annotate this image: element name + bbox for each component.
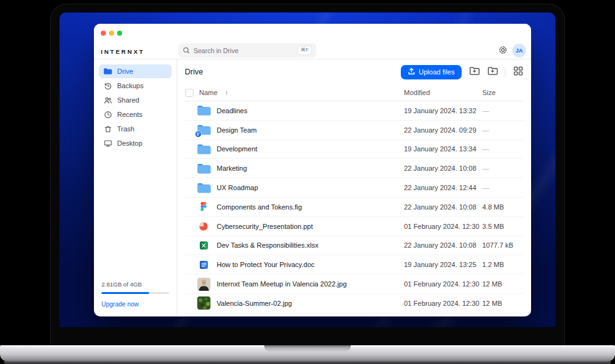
storage-progress-bar: [101, 292, 169, 294]
name-cell: Marketing: [185, 161, 404, 175]
file-name: Development: [217, 145, 257, 153]
file-name: UX Roadmap: [217, 184, 258, 191]
sidebar-item-label: Recents: [117, 111, 142, 118]
grid-view-icon: [514, 66, 523, 78]
sidebar-item-drive[interactable]: Drive: [99, 64, 172, 78]
table-row[interactable]: Marketing22 January 2024. 10:08—: [185, 159, 524, 178]
search-placeholder: Search in Drive: [194, 47, 239, 54]
figma-file-icon: [196, 200, 211, 214]
sidebar-item-label: Shared: [117, 96, 139, 104]
name-cell: How to Protect Your Privacy.doc: [185, 258, 404, 271]
name-cell: Development: [185, 142, 404, 156]
file-list: Deadlines19 January 2024. 13:32—Design T…: [185, 101, 524, 313]
search-shortcut-badge: ⌘F: [297, 46, 312, 54]
sidebar: DriveBackupsSharedRecentsTrashDesktop 2.…: [94, 59, 177, 316]
file-name: Components and Tokens.fig: [217, 203, 302, 211]
desktop-icon: [103, 139, 112, 148]
upload-files-label: Upload files: [419, 68, 455, 76]
minimize-button[interactable]: [109, 31, 114, 36]
table-row[interactable]: Development19 January 2024. 13:34—: [185, 140, 524, 159]
table-row[interactable]: Valencia-Summer-02.jpg01 February 2024. …: [185, 294, 524, 313]
name-header-cell: Name ↑: [185, 89, 404, 97]
modified-cell: 01 February 2024. 12:30: [404, 280, 482, 288]
settings-button[interactable]: [497, 45, 509, 56]
upload-folder-icon: [469, 66, 480, 78]
toolbar-divider: [505, 68, 505, 77]
content-area: Drive Upload files: [177, 59, 531, 316]
sidebar-nav: DriveBackupsSharedRecentsTrashDesktop: [94, 64, 177, 150]
table-row[interactable]: Cybersecurity_Presentation.ppt01 Februar…: [185, 217, 524, 236]
traffic-lights: [101, 31, 122, 36]
file-name: Marketing: [217, 164, 247, 172]
table-row[interactable]: UX Roadmap22 January 2024. 12:44—: [185, 178, 524, 198]
modified-cell: 19 January 2024. 13:25: [404, 261, 482, 268]
table-row[interactable]: Dev Tasks & Responsibilities.xlsx22 Janu…: [185, 236, 524, 256]
size-cell: 12 MB: [482, 280, 524, 288]
modified-cell: 22 January 2024. 10:08: [404, 203, 482, 211]
trash-icon: [103, 124, 112, 133]
search-input[interactable]: Search in Drive ⌘F: [178, 43, 316, 58]
name-cell: Design Team: [185, 123, 404, 137]
search-icon: [183, 45, 190, 56]
table-row[interactable]: How to Protect Your Privacy.doc19 Januar…: [185, 255, 524, 275]
image-thumbnail: [196, 296, 211, 310]
toolbar: Drive Upload files: [185, 59, 524, 84]
modified-column-header[interactable]: Modified: [404, 89, 482, 96]
table-row[interactable]: Components and Tokens.fig22 January 2024…: [185, 198, 524, 217]
size-cell: 1077.7 kB: [482, 241, 524, 249]
sort-ascending-icon[interactable]: ↑: [225, 89, 228, 96]
sidebar-item-label: Drive: [117, 68, 133, 75]
name-column-header[interactable]: Name: [199, 89, 217, 96]
modified-cell: 01 February 2024. 12:30: [404, 300, 482, 307]
name-cell: Deadlines: [185, 104, 404, 118]
new-folder-button[interactable]: [487, 67, 498, 77]
select-all-checkbox[interactable]: [185, 89, 194, 97]
modified-cell: 22 January 2024. 10:08: [404, 241, 482, 249]
storage-panel: 2.81GB of 4GB Upgrade now: [101, 281, 169, 309]
sidebar-item-recents[interactable]: Recents: [99, 108, 172, 121]
storage-progress-fill: [101, 292, 149, 294]
sidebar-item-shared[interactable]: Shared: [99, 93, 172, 107]
close-button[interactable]: [101, 31, 106, 36]
storage-usage-label: 2.81GB of 4GB: [101, 281, 169, 288]
word-file-icon: [196, 258, 211, 271]
folder-icon: [196, 181, 211, 195]
name-cell: Dev Tasks & Responsibilities.xlsx: [185, 238, 404, 252]
upload-folder-button[interactable]: [468, 67, 480, 77]
sidebar-item-desktop[interactable]: Desktop: [99, 136, 172, 150]
page-title: Drive: [185, 68, 203, 76]
size-cell: —: [482, 126, 524, 134]
user-avatar[interactable]: JA: [512, 44, 526, 58]
upload-files-button[interactable]: Upload files: [401, 65, 462, 79]
shared-badge-icon: [195, 131, 202, 137]
upgrade-link[interactable]: Upgrade now: [101, 301, 138, 308]
name-cell: Cybersecurity_Presentation.ppt: [185, 220, 404, 233]
upload-icon: [408, 68, 415, 76]
table-header: Name ↑ Modified Size: [185, 84, 524, 101]
table-row[interactable]: Design Team22 January 2024. 09:29—: [185, 121, 524, 140]
table-row[interactable]: Internxt Team Meetup in Valencia 2022.jp…: [185, 275, 524, 294]
modified-cell: 01 February 2024. 12:30: [404, 223, 482, 230]
clock-icon: [103, 110, 112, 119]
folder-icon: [196, 142, 211, 156]
desktop-wallpaper: INTERNXT Search in Drive ⌘F JA: [59, 13, 556, 327]
size-cell: —: [482, 164, 524, 172]
powerpoint-file-icon: [196, 220, 211, 233]
backup-clock-icon: [103, 81, 112, 90]
sidebar-item-trash[interactable]: Trash: [99, 122, 172, 136]
modified-cell: 22 January 2024. 10:08: [404, 164, 482, 172]
size-column-header[interactable]: Size: [482, 89, 524, 96]
image-thumbnail: [196, 277, 211, 291]
name-cell: Components and Tokens.fig: [185, 200, 404, 214]
laptop-screen: INTERNXT Search in Drive ⌘F JA: [50, 4, 565, 346]
drive-folder-icon: [103, 67, 112, 76]
new-folder-icon: [487, 66, 498, 78]
table-row[interactable]: Deadlines19 January 2024. 13:32—: [185, 101, 524, 121]
file-name: Valencia-Summer-02.jpg: [217, 300, 292, 307]
laptop-notch: [264, 345, 351, 351]
window-body: DriveBackupsSharedRecentsTrashDesktop 2.…: [94, 59, 531, 316]
sidebar-item-label: Desktop: [117, 139, 142, 147]
grid-view-button[interactable]: [512, 67, 524, 77]
sidebar-item-backups[interactable]: Backups: [99, 79, 172, 93]
zoom-button[interactable]: [117, 31, 122, 36]
